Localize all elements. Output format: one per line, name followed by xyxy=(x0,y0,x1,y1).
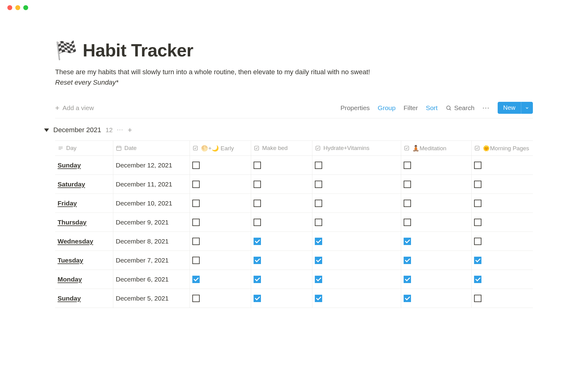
habit-checkbox[interactable] xyxy=(192,162,200,169)
column-label: 🌞Morning Pages xyxy=(483,145,529,152)
checkbox-cell xyxy=(401,213,472,232)
habit-checkbox[interactable] xyxy=(254,200,261,207)
checkbox-cell xyxy=(190,251,251,270)
habit-checkbox[interactable] xyxy=(192,219,200,226)
habit-checkbox[interactable] xyxy=(254,295,261,302)
habit-checkbox[interactable] xyxy=(192,276,200,283)
day-cell[interactable]: Sunday xyxy=(55,156,113,174)
day-cell[interactable]: Tuesday xyxy=(55,251,113,270)
group-header[interactable]: December 2021 12 ··· + xyxy=(44,126,533,134)
habit-checkbox[interactable] xyxy=(404,276,411,283)
day-cell[interactable]: Sunday xyxy=(55,289,113,308)
svg-rect-8 xyxy=(316,146,320,150)
habit-checkbox[interactable] xyxy=(315,276,322,283)
habit-checkbox[interactable] xyxy=(254,257,261,264)
date-cell[interactable]: December 6, 2021 xyxy=(113,270,190,289)
add-view-button[interactable]: + Add a view xyxy=(55,104,94,112)
table-row[interactable]: WednesdayDecember 8, 2021 xyxy=(55,232,533,251)
habit-checkbox[interactable] xyxy=(192,200,200,207)
new-button[interactable]: New xyxy=(498,102,533,114)
date-cell[interactable]: December 12, 2021 xyxy=(113,156,190,174)
day-cell[interactable]: Friday xyxy=(55,194,113,213)
habit-checkbox[interactable] xyxy=(404,257,411,264)
habit-checkbox[interactable] xyxy=(315,200,322,207)
table-row[interactable]: FridayDecember 10, 2021 xyxy=(55,194,533,213)
habit-checkbox[interactable] xyxy=(404,219,411,226)
table-row[interactable]: SundayDecember 12, 2021 xyxy=(55,156,533,175)
filter-button[interactable]: Filter xyxy=(404,104,418,112)
habit-checkbox[interactable] xyxy=(315,181,322,188)
new-button-dropdown[interactable] xyxy=(521,102,533,114)
date-cell[interactable]: December 7, 2021 xyxy=(113,251,190,270)
day-cell[interactable]: Wednesday xyxy=(55,232,113,251)
habit-checkbox[interactable] xyxy=(315,295,322,302)
habit-checkbox[interactable] xyxy=(474,219,481,226)
more-options-button[interactable]: ··· xyxy=(482,104,490,112)
minimize-window-button[interactable] xyxy=(15,5,20,10)
habit-checkbox[interactable] xyxy=(254,238,261,245)
habit-checkbox[interactable] xyxy=(315,162,322,169)
habit-checkbox[interactable] xyxy=(404,295,411,302)
habit-checkbox[interactable] xyxy=(315,257,322,264)
table-row[interactable]: SaturdayDecember 11, 2021 xyxy=(55,175,533,194)
page-description[interactable]: These are my habits that will slowly tur… xyxy=(55,67,533,77)
group-add-button[interactable]: + xyxy=(128,126,132,134)
close-window-button[interactable] xyxy=(7,5,12,10)
habit-checkbox[interactable] xyxy=(474,295,481,302)
habit-checkbox[interactable] xyxy=(192,181,200,188)
date-cell[interactable]: December 11, 2021 xyxy=(113,175,190,194)
column-header[interactable]: Date xyxy=(113,141,190,155)
habit-checkbox[interactable] xyxy=(404,181,411,188)
habit-checkbox[interactable] xyxy=(192,295,200,302)
table-row[interactable]: TuesdayDecember 7, 2021 xyxy=(55,251,533,270)
habit-checkbox[interactable] xyxy=(474,276,481,283)
collapse-toggle-icon[interactable] xyxy=(44,128,49,132)
maximize-window-button[interactable] xyxy=(23,5,28,10)
day-cell[interactable]: Saturday xyxy=(55,175,113,194)
habit-checkbox[interactable] xyxy=(474,257,481,264)
habit-checkbox[interactable] xyxy=(254,219,261,226)
date-cell[interactable]: December 5, 2021 xyxy=(113,289,190,308)
habit-checkbox[interactable] xyxy=(315,219,322,226)
sort-button[interactable]: Sort xyxy=(426,104,438,112)
habit-checkbox[interactable] xyxy=(404,238,411,245)
habit-checkbox[interactable] xyxy=(404,162,411,169)
column-header[interactable]: 🧘🏽Meditation xyxy=(401,141,472,155)
habit-checkbox[interactable] xyxy=(474,181,481,188)
habit-checkbox[interactable] xyxy=(192,238,200,245)
checkbox-cell xyxy=(472,289,533,308)
day-cell[interactable]: Monday xyxy=(55,270,113,289)
page-note[interactable]: Reset every Sunday* xyxy=(55,79,533,86)
column-header[interactable]: Make bed xyxy=(251,141,312,155)
column-header[interactable]: 🌕+🌙 Early xyxy=(190,141,251,155)
table-row[interactable]: MondayDecember 6, 2021 xyxy=(55,270,533,289)
properties-button[interactable]: Properties xyxy=(341,104,370,112)
table-row[interactable]: SundayDecember 5, 2021 xyxy=(55,289,533,308)
checkbox-cell xyxy=(312,270,401,289)
date-cell[interactable]: December 8, 2021 xyxy=(113,232,190,251)
column-label: Date xyxy=(124,145,137,151)
habit-checkbox[interactable] xyxy=(254,276,261,283)
table-row[interactable]: ThursdayDecember 9, 2021 xyxy=(55,213,533,232)
habit-checkbox[interactable] xyxy=(474,162,481,169)
date-cell[interactable]: December 10, 2021 xyxy=(113,194,190,213)
habit-checkbox[interactable] xyxy=(404,200,411,207)
page-emoji-icon[interactable]: 🏁 xyxy=(55,41,77,59)
column-header[interactable]: Day xyxy=(55,141,113,155)
group-more-button[interactable]: ··· xyxy=(117,127,123,133)
habit-checkbox[interactable] xyxy=(254,181,261,188)
page-title[interactable]: Habit Tracker xyxy=(83,40,193,60)
column-header[interactable]: Hydrate+Vitamins xyxy=(312,141,401,155)
habit-checkbox[interactable] xyxy=(474,200,481,207)
day-cell[interactable]: Thursday xyxy=(55,213,113,232)
checkbox-cell xyxy=(401,289,472,308)
habit-checkbox[interactable] xyxy=(474,238,481,245)
group-button[interactable]: Group xyxy=(378,104,395,112)
column-header[interactable]: 🌞Morning Pages xyxy=(472,141,533,155)
search-button[interactable]: Search xyxy=(446,104,475,112)
habit-checkbox[interactable] xyxy=(254,162,261,169)
habit-checkbox[interactable] xyxy=(315,238,322,245)
habit-checkbox[interactable] xyxy=(192,257,200,264)
date-cell[interactable]: December 9, 2021 xyxy=(113,213,190,232)
checkbox-cell xyxy=(190,175,251,194)
